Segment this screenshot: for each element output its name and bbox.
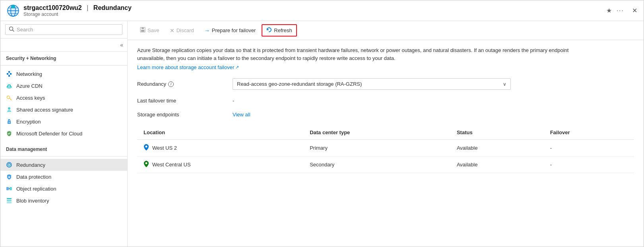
sidebar-item-data-protection[interactable]: Data protection bbox=[0, 171, 127, 183]
svg-point-35 bbox=[145, 146, 147, 148]
prepare-failover-button[interactable]: → Prepare for failover bbox=[200, 25, 260, 36]
last-failover-field-row: Last failover time - bbox=[137, 98, 634, 104]
save-icon bbox=[140, 27, 145, 34]
description-text: Azure Storage replication copies your da… bbox=[137, 46, 574, 62]
col-header-failover: Failover bbox=[544, 125, 634, 140]
location-cell: West Central US bbox=[144, 160, 191, 169]
table-row: West Central US Secondary Available - bbox=[137, 156, 634, 173]
refresh-label: Refresh bbox=[274, 27, 292, 33]
encryption-icon bbox=[6, 118, 12, 125]
svg-rect-26 bbox=[8, 176, 10, 178]
cdn-icon bbox=[6, 83, 12, 89]
blob-inventory-icon bbox=[6, 197, 12, 204]
sidebar-item-label: Shared access signature bbox=[16, 107, 73, 113]
sidebar-item-label: Data protection bbox=[16, 174, 51, 180]
table-cell-datacenter-type: Primary bbox=[303, 140, 450, 156]
svg-rect-33 bbox=[142, 27, 144, 29]
last-failover-value: - bbox=[233, 98, 511, 104]
sidebar-item-label: Access keys bbox=[16, 95, 45, 101]
learn-more-link[interactable]: Learn more about storage account failove… bbox=[137, 64, 239, 70]
svg-line-8 bbox=[13, 30, 14, 32]
close-button[interactable]: ✕ bbox=[632, 7, 637, 14]
sidebar-item-object-replication[interactable]: Object replication bbox=[0, 183, 127, 195]
table-cell-location: West US 2 bbox=[137, 140, 303, 156]
col-header-datacenter-type: Data center type bbox=[303, 125, 450, 140]
table-cell-failover: - bbox=[544, 156, 634, 173]
favorite-icon[interactable]: ★ bbox=[606, 7, 612, 14]
sidebar-search-area bbox=[0, 21, 127, 39]
search-container[interactable] bbox=[5, 24, 122, 35]
sidebar-item-azure-cdn[interactable]: Azure CDN bbox=[0, 80, 127, 92]
redundancy-label: Redundancy i bbox=[137, 81, 225, 87]
save-button[interactable]: Save bbox=[136, 25, 164, 36]
search-input[interactable] bbox=[17, 27, 119, 33]
sidebar-item-defender[interactable]: Microsoft Defender for Cloud bbox=[0, 127, 127, 139]
svg-rect-12 bbox=[8, 75, 10, 77]
more-options-icon[interactable]: ··· bbox=[617, 7, 624, 14]
discard-button[interactable]: ✕ Discard bbox=[165, 25, 198, 36]
table-cell-status: Available bbox=[450, 156, 544, 173]
discard-label: Discard bbox=[177, 27, 194, 33]
sidebar-item-label: Object replication bbox=[16, 186, 56, 192]
sidebar-item-networking[interactable]: Networking bbox=[0, 68, 127, 80]
sidebar-item-redundancy[interactable]: Redundancy bbox=[0, 159, 127, 171]
table-row: West US 2 Primary Available - bbox=[137, 140, 634, 156]
resource-type: Storage account bbox=[23, 12, 606, 17]
svg-rect-9 bbox=[7, 73, 8, 75]
location-cell: West US 2 bbox=[144, 144, 177, 152]
page-title: strgacct100720wu2 | Redundancy bbox=[23, 4, 606, 12]
svg-point-24 bbox=[9, 122, 10, 123]
data-protection-icon bbox=[6, 174, 12, 180]
svg-rect-34 bbox=[141, 30, 144, 32]
col-header-status: Status bbox=[450, 125, 544, 140]
sidebar-item-label: Blob inventory bbox=[16, 198, 49, 204]
redundancy-icon bbox=[6, 162, 12, 168]
table-header-row: Location Data center type Status Failove… bbox=[137, 125, 634, 140]
shared-access-icon bbox=[6, 106, 12, 113]
svg-point-6 bbox=[12, 5, 15, 8]
table-cell-status: Available bbox=[450, 140, 544, 156]
refresh-button[interactable]: Refresh bbox=[262, 24, 297, 37]
sidebar-item-label: Microsoft Defender for Cloud bbox=[16, 131, 82, 137]
view-all-link[interactable]: View all bbox=[233, 112, 250, 118]
storage-endpoints-label: Storage endpoints bbox=[137, 112, 225, 118]
title-bar: strgacct100720wu2 | Redundancy Storage a… bbox=[0, 0, 644, 21]
refresh-icon bbox=[266, 27, 272, 34]
secondary-pin-icon bbox=[144, 160, 149, 169]
table-cell-location: West Central US bbox=[137, 156, 303, 173]
sidebar-item-label: Encryption bbox=[16, 119, 41, 125]
sidebar-scroll-area[interactable]: Security + Networking Networking Azure C… bbox=[0, 52, 127, 247]
title-separator: | bbox=[87, 4, 88, 11]
discard-icon: ✕ bbox=[170, 27, 175, 34]
primary-pin-icon bbox=[144, 144, 149, 152]
redundancy-info-icon[interactable]: i bbox=[168, 81, 174, 87]
storage-endpoints-field-row: Storage endpoints View all bbox=[137, 112, 634, 118]
redundancy-value[interactable]: Read-access geo-zone-redundant storage (… bbox=[233, 78, 511, 90]
prepare-failover-label: Prepare for failover bbox=[212, 27, 256, 33]
svg-rect-31 bbox=[7, 202, 12, 203]
defender-icon bbox=[6, 130, 12, 137]
storage-endpoints-value: View all bbox=[233, 112, 511, 118]
svg-rect-28 bbox=[10, 187, 12, 190]
title-bar-text: strgacct100720wu2 | Redundancy Storage a… bbox=[23, 4, 606, 17]
table-body: West US 2 Primary Available - West Centr… bbox=[137, 140, 634, 173]
resource-icon bbox=[7, 4, 19, 17]
sidebar-item-encryption[interactable]: Encryption bbox=[0, 116, 127, 127]
key-icon bbox=[6, 95, 12, 101]
content-area: Save ✕ Discard → Prepare for failover bbox=[128, 21, 644, 247]
svg-rect-11 bbox=[8, 71, 10, 73]
locations-table: Location Data center type Status Failove… bbox=[137, 125, 634, 173]
sidebar-item-shared-access[interactable]: Shared access signature bbox=[0, 104, 127, 116]
sidebar-collapse-button[interactable]: « bbox=[0, 39, 127, 52]
sidebar-item-blob-inventory[interactable]: Blob inventory bbox=[0, 195, 127, 206]
svg-rect-10 bbox=[10, 73, 12, 75]
redundancy-dropdown[interactable]: Read-access geo-zone-redundant storage (… bbox=[233, 78, 511, 90]
sidebar-item-access-keys[interactable]: Access keys bbox=[0, 92, 127, 104]
svg-rect-29 bbox=[7, 198, 12, 199]
title-bar-actions: ★ ··· ✕ bbox=[606, 7, 637, 14]
sidebar-item-label: Networking bbox=[16, 71, 42, 77]
last-failover-time-text: - bbox=[233, 98, 234, 104]
section-label-security: Security + Networking bbox=[0, 52, 127, 63]
current-page-name: Redundancy bbox=[93, 4, 132, 11]
svg-point-22 bbox=[8, 107, 10, 110]
